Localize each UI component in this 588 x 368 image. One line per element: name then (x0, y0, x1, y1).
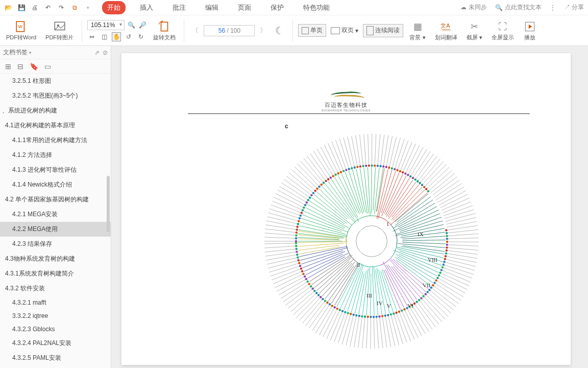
open-icon[interactable]: 📂 (4, 4, 12, 12)
toc-item[interactable]: 4.2 单个基因家族基因树的构建 (0, 192, 111, 207)
svg-point-308 (304, 275, 306, 278)
toc-item[interactable]: 4.1.1常用的进化树构建方法 (0, 133, 111, 148)
zoom-out-icon[interactable]: 🔍 (127, 20, 136, 30)
redo-icon[interactable]: ↷ (57, 4, 65, 12)
svg-line-102 (438, 279, 465, 293)
sidebar-title[interactable]: 文档书签 (3, 48, 32, 57)
prev-page-button[interactable]: 〈 (189, 26, 201, 35)
sidebar-close-icon[interactable]: ⊘ (103, 49, 108, 56)
toc-item[interactable]: 4.3.2.6 FigTree安装 (0, 365, 111, 368)
svg-point-262 (418, 299, 420, 301)
tab-0[interactable]: 开始 (102, 1, 126, 14)
circular-phylogenetic-tree: IIIIIIIVVVIVIIVIIIIX (259, 129, 484, 354)
screenshot-button[interactable]: ✂ 截屏 ▾ (463, 18, 485, 42)
svg-line-137 (342, 315, 351, 344)
svg-line-170 (264, 243, 295, 244)
header-rule (188, 113, 530, 114)
background-button[interactable]: ▦ 背景 ▾ (406, 18, 428, 42)
view-single-button[interactable]: 单页 (298, 24, 326, 37)
svg-line-127 (380, 317, 383, 348)
play-button[interactable]: 播放 (520, 18, 540, 42)
fit-width-icon[interactable]: ⇔ (87, 32, 96, 41)
tab-6[interactable]: 特色功能 (298, 1, 335, 14)
view-continuous-button[interactable]: 连续阅读 (363, 24, 403, 37)
zoom-select[interactable]: 105.11% (87, 20, 125, 30)
search-box[interactable]: 🔍 点此查找文本 (495, 3, 542, 12)
toc-item[interactable]: 4.3.2.3 Gblocks (0, 323, 111, 336)
print-icon[interactable]: 🖨 (31, 4, 39, 12)
toc-item[interactable]: 4.3.1系统发育树构建简介 (0, 266, 111, 281)
svg-line-142 (323, 310, 337, 337)
toc-item[interactable]: 4.3.2.1 mafft (0, 296, 111, 309)
document-viewport[interactable]: 百迈客生物科技 BIOMARKER TECHNOLOGIES c IIIIIII… (111, 46, 588, 368)
scrollbar-thumb[interactable] (107, 176, 110, 232)
collapse-all-icon[interactable]: ⊟ (17, 62, 23, 71)
svg-line-164 (268, 261, 298, 268)
toc-item[interactable]: 3.3.2.2 iqtree (0, 309, 111, 323)
hand-tool-icon[interactable]: ✋ (112, 32, 121, 41)
toc-item[interactable]: 4.2.1 MEGA安装 (0, 207, 111, 222)
pdf-to-word-button[interactable]: W PDF转Word (3, 18, 39, 42)
sync-status[interactable]: ☁ 未同步 (460, 3, 486, 12)
pdf-to-image-button[interactable]: PDF转图片 (42, 18, 77, 42)
dict-translate-button[interactable]: 文A 划词翻译 (432, 18, 460, 42)
page-navigation: 〈 56 / 100 〉 (189, 25, 269, 36)
svg-line-152 (291, 291, 314, 311)
bookmark-icon[interactable]: 🔖 (30, 62, 38, 71)
fullscreen-button[interactable]: ⛶ 全屏显示 (488, 18, 517, 42)
undo-icon[interactable]: ↶ (44, 4, 52, 12)
toc-item[interactable]: 4.1.4 Newick格式介绍 (0, 177, 111, 192)
svg-point-240 (446, 244, 448, 246)
toc-list[interactable]: 3.2.5.1 柱形图3.2.5.2 韦恩图(画3~5个)、系统进化树的构建4.… (0, 74, 111, 368)
toc-item[interactable]: 3.2.5.1 柱形图 (0, 74, 111, 88)
svg-point-313 (298, 262, 300, 264)
tab-3[interactable]: 编辑 (200, 1, 224, 14)
next-page-button[interactable]: 〉 (258, 26, 269, 35)
bookmark-outline-icon[interactable]: ▭ (44, 62, 51, 71)
tab-1[interactable]: 插入 (135, 1, 158, 14)
svg-point-316 (296, 254, 298, 256)
toc-item[interactable]: 4.2.2 MEGA使用 (0, 222, 111, 237)
svg-line-158 (277, 277, 304, 291)
toc-item[interactable]: 4.3物种系统发育树的构建 (0, 251, 111, 266)
svg-point-301 (315, 292, 317, 294)
tab-5[interactable]: 保护 (265, 1, 289, 14)
toc-item[interactable]: 4.3.2.5 PAML安装 (0, 351, 111, 365)
toc-item[interactable]: 4.1.3 进化树可靠性评估 (0, 163, 111, 177)
svg-point-223 (402, 171, 404, 173)
svg-point-225 (407, 174, 409, 176)
svg-line-54 (389, 137, 397, 167)
tab-4[interactable]: 页面 (233, 1, 256, 14)
more-icon[interactable]: ⋮ (550, 4, 556, 11)
save-icon[interactable]: 💾 (17, 4, 26, 12)
night-mode-button[interactable]: ☾ (272, 22, 287, 39)
svg-line-101 (440, 276, 468, 290)
page-number-input[interactable]: 56 / 100 (204, 25, 255, 36)
svg-point-311 (300, 267, 302, 269)
toc-item[interactable]: 4.1进化树构建的基本原理 (0, 118, 111, 133)
svg-point-302 (313, 290, 315, 292)
rotate-doc-button[interactable]: 旋转文档 (150, 18, 179, 42)
view-double-button[interactable]: 双页 ▾ (327, 24, 362, 37)
svg-point-212 (371, 165, 373, 167)
crop-icon[interactable]: ◫ (100, 32, 109, 41)
toc-item[interactable]: 4.3.2 软件安装 (0, 281, 111, 296)
sidebar-pin-icon[interactable]: ⇗ (94, 49, 100, 56)
svg-point-183 (303, 206, 305, 209)
chevron-down-icon[interactable]: ▾ (84, 4, 92, 12)
toc-item[interactable]: 、系统进化树的构建 (0, 103, 111, 118)
svg-point-281 (367, 316, 369, 318)
expand-all-icon[interactable]: ⊞ (5, 62, 11, 71)
share-button[interactable]: ↗ 分享 (564, 3, 584, 12)
toc-item[interactable]: 4.2.3 结果保存 (0, 237, 111, 251)
toc-item[interactable]: 3.2.5.2 韦恩图(画3~5个) (0, 88, 111, 103)
copy-icon[interactable]: ⧉ (70, 4, 79, 12)
zoom-in-icon[interactable]: 🔎 (138, 20, 147, 30)
tab-2[interactable]: 批注 (167, 1, 191, 14)
svg-point-254 (433, 282, 435, 284)
toc-item[interactable]: 4.1.2 方法选择 (0, 148, 111, 163)
svg-point-235 (445, 229, 447, 231)
rotate-cw-icon[interactable]: ↻ (136, 32, 145, 41)
rotate-ccw-icon[interactable]: ↺ (124, 32, 133, 41)
toc-item[interactable]: 4.3.2.4 PAL2NAL安装 (0, 336, 111, 351)
